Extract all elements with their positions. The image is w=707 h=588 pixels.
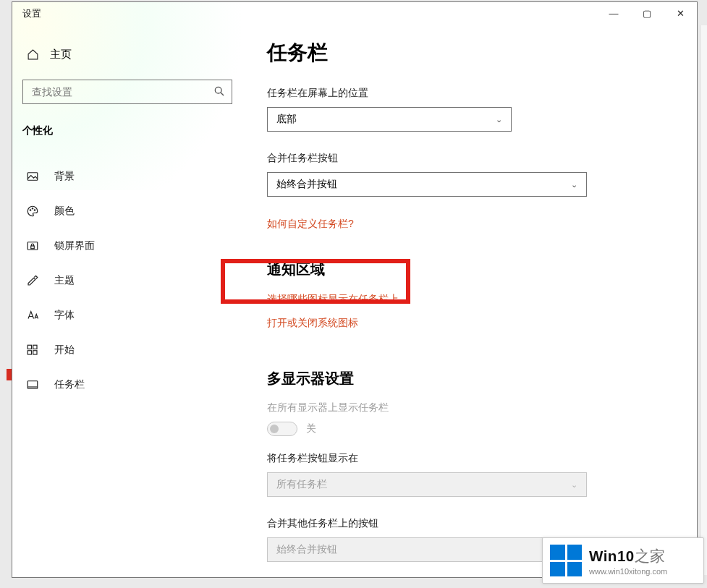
search-input[interactable] xyxy=(22,80,232,104)
svg-rect-12 xyxy=(27,381,38,389)
toggle-system-icons-link[interactable]: 打开或关闭系统图标 xyxy=(267,317,358,330)
sidebar-item-label: 锁屏界面 xyxy=(54,239,95,252)
chevron-down-icon: ⌄ xyxy=(571,180,577,189)
sidebar-item-label: 任务栏 xyxy=(54,378,85,391)
taskbar-position-dropdown[interactable]: 底部 ⌄ xyxy=(267,107,512,132)
svg-rect-11 xyxy=(33,351,37,354)
dropdown-value: 所有任务栏 xyxy=(276,478,327,491)
customize-taskbar-link[interactable]: 如何自定义任务栏? xyxy=(267,218,354,231)
window-controls: — ▢ ✕ xyxy=(597,2,697,24)
watermark: Win10之家 www.win10xitong.com xyxy=(542,537,704,584)
svg-point-3 xyxy=(30,210,31,211)
svg-rect-9 xyxy=(33,345,37,349)
svg-point-5 xyxy=(34,210,35,211)
picture-icon xyxy=(25,169,40,184)
svg-rect-10 xyxy=(27,351,31,354)
svg-line-1 xyxy=(221,93,224,95)
search-wrap xyxy=(22,80,232,104)
minimize-button[interactable]: — xyxy=(597,2,630,24)
svg-point-4 xyxy=(32,208,33,210)
taskbar-icon xyxy=(25,378,40,392)
home-nav[interactable]: 主页 xyxy=(12,43,242,65)
combine-buttons-dropdown[interactable]: 始终合并按钮 ⌄ xyxy=(267,172,587,197)
multi-display-toggle xyxy=(267,422,297,436)
theme-icon xyxy=(25,273,40,288)
watermark-url: www.win10xitong.com xyxy=(589,567,667,576)
windows-logo-icon xyxy=(550,545,582,576)
page-title: 任务栏 xyxy=(267,39,672,67)
sidebar-item-label: 开始 xyxy=(54,344,75,357)
lockscreen-icon xyxy=(25,239,40,253)
maximize-button[interactable]: ▢ xyxy=(630,2,664,24)
sidebar-item-label: 背景 xyxy=(54,170,75,183)
right-edge-strip xyxy=(700,25,707,575)
chevron-down-icon: ⌄ xyxy=(496,115,502,124)
watermark-title-bold: Win10 xyxy=(589,547,635,564)
toggle-state-label: 关 xyxy=(306,422,316,435)
show-buttons-on-label: 将任务栏按钮显示在 xyxy=(267,452,672,465)
notification-links: 选择哪些图标显示在任务栏上 打开或关闭系统图标 xyxy=(267,292,672,340)
start-icon xyxy=(25,343,40,357)
sidebar-item-fonts[interactable]: 字体 xyxy=(12,298,242,333)
dropdown-value: 底部 xyxy=(276,113,297,126)
sidebar-item-colors[interactable]: 颜色 xyxy=(12,194,242,229)
sidebar-item-themes[interactable]: 主题 xyxy=(12,263,242,298)
watermark-text: Win10之家 www.win10xitong.com xyxy=(589,546,667,576)
toggle-knob xyxy=(270,425,279,433)
sidebar-item-start[interactable]: 开始 xyxy=(12,333,242,367)
sidebar-item-label: 颜色 xyxy=(54,205,75,218)
search-icon xyxy=(213,85,225,97)
titlebar[interactable]: 设置 — ▢ ✕ xyxy=(12,2,697,26)
svg-point-0 xyxy=(215,87,221,93)
combine-other-label: 合并其他任务栏上的按钮 xyxy=(267,517,672,530)
sidebar-item-lockscreen[interactable]: 锁屏界面 xyxy=(12,229,242,263)
home-label: 主页 xyxy=(50,48,72,61)
show-buttons-on-dropdown: 所有任务栏 ⌄ xyxy=(267,472,587,497)
multi-display-toggle-row: 关 xyxy=(267,422,672,436)
palette-icon xyxy=(25,204,40,218)
close-button[interactable]: ✕ xyxy=(664,2,697,24)
sidebar: 主页 个性化 背景 颜色 xyxy=(12,26,242,577)
multi-display-heading: 多显示器设置 xyxy=(267,369,672,388)
svg-rect-8 xyxy=(27,345,31,349)
dropdown-value: 始终合并按钮 xyxy=(276,178,337,191)
settings-window: 设置 — ▢ ✕ 主页 个性化 xyxy=(12,1,698,578)
combine-other-dropdown: 始终合并按钮 ⌄ xyxy=(267,537,587,562)
taskbar-position-label: 任务栏在屏幕上的位置 xyxy=(267,87,672,100)
content: 任务栏 任务栏在屏幕上的位置 底部 ⌄ 合并任务栏按钮 始终合并按钮 ⌄ 如何自… xyxy=(242,26,697,577)
sidebar-item-taskbar[interactable]: 任务栏 xyxy=(12,367,242,402)
home-icon xyxy=(25,47,40,61)
multi-display-desc: 在所有显示器上显示任务栏 xyxy=(267,401,672,414)
select-taskbar-icons-link[interactable]: 选择哪些图标显示在任务栏上 xyxy=(267,293,399,306)
sidebar-item-background[interactable]: 背景 xyxy=(12,159,242,194)
sidebar-category: 个性化 xyxy=(12,124,242,137)
window-title: 设置 xyxy=(22,8,41,20)
combine-buttons-label: 合并任务栏按钮 xyxy=(267,152,672,165)
svg-rect-7 xyxy=(31,246,35,249)
watermark-title-rest: 之家 xyxy=(635,547,666,564)
dropdown-value: 始终合并按钮 xyxy=(276,543,337,556)
chevron-down-icon: ⌄ xyxy=(571,480,577,490)
sidebar-item-label: 字体 xyxy=(54,309,75,322)
sidebar-item-label: 主题 xyxy=(54,274,75,287)
font-icon xyxy=(25,308,40,323)
notification-area-heading: 通知区域 xyxy=(267,260,672,279)
window-body: 主页 个性化 背景 颜色 xyxy=(12,26,697,577)
